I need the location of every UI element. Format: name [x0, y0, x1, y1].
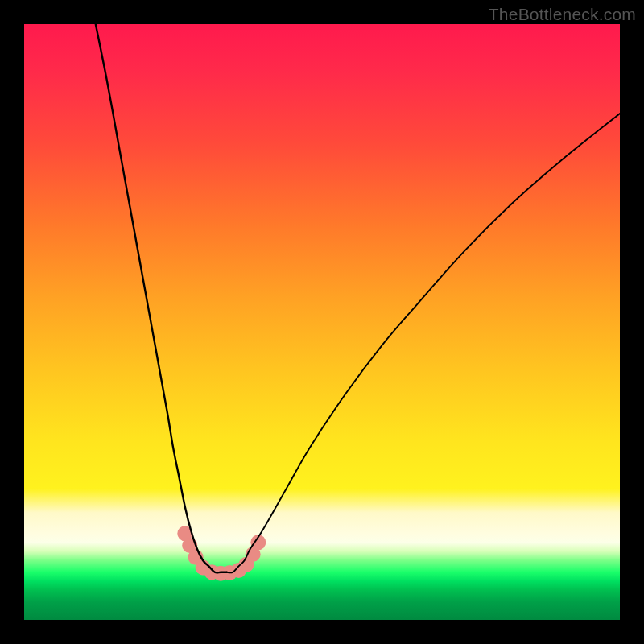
chart-frame: TheBottleneck.com	[0, 0, 644, 644]
plot-area	[24, 24, 620, 620]
curves-layer	[24, 24, 620, 620]
left-curve	[96, 24, 227, 572]
watermark-text: TheBottleneck.com	[489, 5, 636, 24]
right-curve	[227, 114, 620, 572]
